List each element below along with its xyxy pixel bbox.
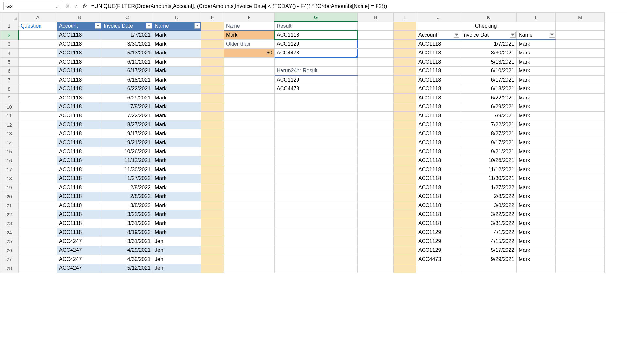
cell[interactable]: ACC1118 bbox=[57, 84, 102, 94]
cell[interactable] bbox=[224, 228, 275, 237]
cell[interactable]: 6/22/2021 bbox=[460, 93, 517, 102]
cell[interactable] bbox=[275, 174, 358, 183]
cell[interactable]: ACC1118 bbox=[57, 174, 102, 183]
cell[interactable]: 4/29/2021 bbox=[102, 246, 153, 255]
cell[interactable] bbox=[201, 156, 224, 165]
cell[interactable] bbox=[394, 111, 416, 120]
row-header-12[interactable]: 12 bbox=[0, 120, 19, 129]
cell[interactable] bbox=[19, 93, 57, 102]
cell[interactable]: Mark bbox=[153, 174, 201, 183]
row-header-13[interactable]: 13 bbox=[0, 129, 19, 138]
cell[interactable] bbox=[275, 120, 358, 129]
cell[interactable] bbox=[556, 111, 605, 120]
cell[interactable]: ACC1118 bbox=[416, 201, 460, 210]
row-header-9[interactable]: 9 bbox=[0, 93, 19, 102]
cell[interactable]: Mark bbox=[153, 39, 201, 49]
cell[interactable] bbox=[201, 120, 224, 129]
cell[interactable]: Jen bbox=[153, 246, 201, 255]
cell[interactable]: ACC1118 bbox=[57, 183, 102, 192]
cell[interactable] bbox=[201, 67, 224, 76]
cell[interactable]: 5/12/2021 bbox=[102, 264, 153, 273]
cell[interactable]: Mark bbox=[153, 147, 201, 156]
row-header-8[interactable]: 8 bbox=[0, 84, 19, 94]
cell[interactable] bbox=[19, 192, 57, 201]
cell[interactable]: Name bbox=[224, 22, 275, 31]
cell[interactable] bbox=[19, 49, 57, 58]
cell[interactable] bbox=[358, 165, 394, 174]
cell[interactable]: Mark bbox=[153, 210, 201, 219]
cell[interactable]: Mark bbox=[153, 93, 201, 102]
cell[interactable] bbox=[19, 264, 57, 273]
cell[interactable]: 7/9/2021 bbox=[460, 111, 517, 120]
cell[interactable]: Mark bbox=[517, 129, 556, 138]
cell[interactable]: 1/27/2022 bbox=[102, 174, 153, 183]
cell[interactable] bbox=[394, 67, 416, 76]
cell[interactable] bbox=[358, 237, 394, 246]
cell[interactable]: ACC1118 bbox=[57, 219, 102, 228]
cell[interactable] bbox=[19, 201, 57, 210]
cell[interactable]: ACC1118 bbox=[57, 192, 102, 201]
col-header-g[interactable]: G bbox=[275, 13, 358, 22]
cell[interactable] bbox=[358, 201, 394, 210]
cell[interactable] bbox=[275, 156, 358, 165]
cell[interactable] bbox=[275, 210, 358, 219]
cell[interactable]: 2/8/2022 bbox=[102, 192, 153, 201]
cell[interactable] bbox=[224, 138, 275, 147]
cell[interactable]: Mark bbox=[224, 31, 275, 40]
cell[interactable] bbox=[201, 22, 224, 31]
cell[interactable] bbox=[394, 147, 416, 156]
cell[interactable]: Mark bbox=[517, 111, 556, 120]
cell[interactable] bbox=[224, 255, 275, 264]
cell[interactable]: Mark bbox=[153, 165, 201, 174]
cell[interactable]: ACC4247 bbox=[57, 246, 102, 255]
cell[interactable]: Mark bbox=[153, 57, 201, 67]
cell[interactable] bbox=[224, 147, 275, 156]
cell-a1[interactable]: Question bbox=[19, 22, 57, 31]
cell[interactable] bbox=[19, 129, 57, 138]
cell[interactable]: Older than bbox=[224, 39, 275, 49]
cell[interactable] bbox=[224, 210, 275, 219]
cell[interactable]: 11/12/2021 bbox=[460, 165, 517, 174]
cell[interactable] bbox=[394, 75, 416, 84]
cell[interactable] bbox=[358, 228, 394, 237]
cell[interactable]: ACC4247 bbox=[57, 255, 102, 264]
cell[interactable] bbox=[19, 31, 57, 40]
cell[interactable] bbox=[224, 67, 275, 76]
cell[interactable]: 8/27/2021 bbox=[102, 120, 153, 129]
cell[interactable]: Mark bbox=[517, 183, 556, 192]
cell[interactable] bbox=[19, 111, 57, 120]
cell[interactable]: ACC1118 bbox=[57, 156, 102, 165]
cell[interactable]: Mark bbox=[153, 49, 201, 58]
cell[interactable]: Mark bbox=[517, 174, 556, 183]
cell[interactable]: Mark bbox=[517, 165, 556, 174]
col-header-h[interactable]: H bbox=[358, 13, 394, 22]
cell[interactable]: ACC1118 bbox=[57, 49, 102, 58]
cell[interactable] bbox=[556, 129, 605, 138]
cell[interactable]: ACC1118 bbox=[416, 174, 460, 183]
cell[interactable] bbox=[358, 183, 394, 192]
cell[interactable]: 6/29/2021 bbox=[460, 102, 517, 112]
cell[interactable]: ACC1118 bbox=[57, 120, 102, 129]
cell[interactable] bbox=[556, 264, 605, 273]
cell[interactable] bbox=[358, 147, 394, 156]
cell[interactable] bbox=[394, 210, 416, 219]
cell[interactable] bbox=[275, 129, 358, 138]
name-box[interactable]: G2 ⌄ bbox=[3, 2, 62, 10]
row-header-6[interactable]: 6 bbox=[0, 67, 19, 76]
col-header-a[interactable]: A bbox=[19, 13, 57, 22]
cell[interactable]: Mark bbox=[517, 120, 556, 129]
cell[interactable] bbox=[556, 93, 605, 102]
row-header-10[interactable]: 10 bbox=[0, 102, 19, 112]
cell[interactable] bbox=[275, 219, 358, 228]
cell[interactable]: ACC1118 bbox=[57, 228, 102, 237]
cell[interactable] bbox=[19, 57, 57, 67]
cell[interactable] bbox=[201, 31, 224, 40]
cell[interactable]: Mark bbox=[517, 75, 556, 84]
cell[interactable]: ACC1118 bbox=[416, 192, 460, 201]
cell[interactable] bbox=[556, 210, 605, 219]
cell[interactable]: 6/17/2021 bbox=[102, 67, 153, 76]
cell[interactable]: Mark bbox=[517, 255, 556, 264]
cell[interactable]: ACC4247 bbox=[57, 237, 102, 246]
cell[interactable] bbox=[275, 138, 358, 147]
cell[interactable] bbox=[358, 255, 394, 264]
